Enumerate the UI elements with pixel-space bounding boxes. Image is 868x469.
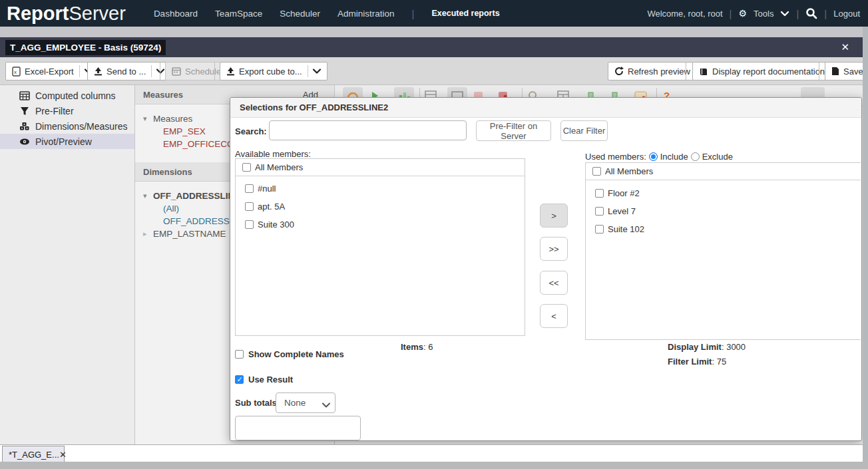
refresh-icon	[614, 67, 624, 76]
refresh-preview-button[interactable]: Refresh preview	[608, 62, 697, 80]
pre-filter-on-server-button[interactable]: Pre-Filter on Server	[476, 120, 551, 141]
export-cube-button[interactable]: Export cube to...	[220, 62, 327, 80]
send-to-dropdown-icon[interactable]	[151, 65, 164, 77]
include-radio[interactable]	[649, 152, 658, 161]
logo-light: Server	[69, 3, 125, 24]
available-members-list: All Members #null apt. 5A Suite 300	[235, 158, 525, 336]
chevron-down-icon[interactable]	[780, 10, 789, 17]
sub-totals-select[interactable]: None	[276, 392, 335, 413]
app-logo[interactable]: ReportServer	[7, 3, 126, 25]
move-all-left-button[interactable]: <<	[540, 271, 568, 295]
close-report-icon[interactable]: ✕	[841, 41, 849, 53]
gear-icon[interactable]: ⚙	[739, 8, 748, 19]
exclude-radio[interactable]	[691, 152, 700, 161]
show-complete-names-label: Show Complete Names	[248, 349, 344, 359]
items-count: Items: 6	[401, 342, 433, 352]
report-title-bar: T_AGG_EMPLOYEE - Basis (59724) ✕	[0, 37, 863, 57]
toolbar-separator	[686, 63, 686, 80]
collapse-arrow-icon[interactable]: ▾	[143, 114, 150, 123]
member-checkbox[interactable]	[245, 202, 254, 211]
available-member-row[interactable]: Suite 300	[236, 216, 525, 234]
tab-close-icon[interactable]: ✕	[59, 450, 67, 460]
member-label: Suite 102	[608, 224, 644, 234]
sub-totals-select-wrap: None	[276, 392, 335, 413]
all-members-checkbox[interactable]	[242, 163, 251, 172]
selections-dialog: Selections for OFF_ADDRESSLINE2 Search: …	[230, 97, 862, 441]
member-checkbox[interactable]	[595, 225, 604, 234]
display-documentation-button[interactable]: Display report documentation	[692, 62, 831, 80]
sidebar-item-label: Dimensions/Measures	[35, 121, 128, 132]
include-label: Include	[660, 152, 688, 162]
sidebar-item-pre-filter[interactable]: Pre-Filter	[0, 103, 134, 118]
upload-icon	[226, 67, 235, 76]
used-member-row[interactable]: Suite 102	[586, 220, 861, 238]
nav-divider: |	[730, 8, 732, 19]
used-member-row[interactable]: Level 7	[586, 202, 861, 220]
collapse-arrow-icon[interactable]: ▾	[143, 192, 150, 200]
used-members-header: Used members: Include Exclude	[585, 152, 733, 162]
move-all-right-button[interactable]: >>	[540, 237, 568, 261]
export-cube-dropdown-icon[interactable]	[308, 65, 321, 77]
custom-value-input[interactable]	[235, 416, 361, 440]
dimension-sibling-label: EMP_LASTNAME	[153, 229, 226, 239]
exclude-label: Exclude	[702, 152, 733, 162]
show-complete-names-option[interactable]: Show Complete Names	[235, 349, 344, 359]
filter-limit: Filter Limit: 75	[668, 357, 726, 367]
move-left-button[interactable]: <	[540, 304, 568, 328]
expand-arrow-icon[interactable]: ▸	[143, 230, 150, 238]
available-members-label: Available members:	[235, 149, 311, 159]
excel-export-button[interactable]: x Excel-Export	[5, 62, 99, 80]
display-documentation-label: Display report documentation	[712, 67, 825, 77]
svg-text:x: x	[14, 69, 17, 75]
eye-icon	[19, 138, 30, 146]
use-result-option[interactable]: Use Result	[235, 375, 293, 385]
nav-item-dashboard[interactable]: Dashboard	[154, 9, 198, 19]
member-label: Suite 300	[258, 220, 294, 230]
right-edge-strip	[863, 27, 868, 462]
cubes-icon	[19, 122, 30, 131]
sidebar-item-computed-columns[interactable]: Computed columns	[0, 88, 134, 103]
member-checkbox[interactable]	[245, 184, 254, 193]
use-result-label: Use Result	[248, 375, 293, 385]
schedule-button: Schedule	[165, 62, 228, 80]
available-all-members-row[interactable]: All Members	[236, 159, 525, 176]
used-member-row[interactable]: Floor #2	[586, 184, 861, 202]
refresh-preview-label: Refresh preview	[628, 67, 690, 77]
sidebar-item-dimensions-measures[interactable]: Dimensions/Measures	[0, 118, 134, 134]
move-right-button[interactable]: >	[540, 204, 568, 228]
tools-menu[interactable]: Tools	[754, 9, 773, 19]
available-member-row[interactable]: #null	[236, 180, 525, 198]
member-label: All Members	[605, 166, 653, 176]
all-members-checkbox[interactable]	[592, 167, 601, 176]
nav-item-executed-reports[interactable]: Executed reports	[431, 9, 499, 18]
report-tab[interactable]: *T_AGG_E... ✕	[2, 446, 65, 462]
member-checkbox[interactable]	[245, 220, 254, 229]
sidebar-item-label: Pre-Filter	[35, 106, 74, 116]
send-to-button[interactable]: Send to ...	[87, 62, 171, 80]
nav-item-teamspace[interactable]: TeamSpace	[215, 9, 262, 19]
show-complete-names-checkbox[interactable]	[235, 350, 244, 359]
available-member-row[interactable]: apt. 5A	[236, 198, 525, 216]
member-label: apt. 5A	[258, 202, 285, 212]
export-cube-label: Export cube to...	[239, 67, 302, 77]
clear-filter-button[interactable]: Clear Filter	[560, 120, 608, 141]
dialog-title: Selections for OFF_ADDRESSLINE2	[230, 98, 861, 118]
member-checkbox[interactable]	[595, 207, 604, 216]
nav-divider: |	[824, 8, 827, 19]
save-file-icon	[831, 67, 839, 76]
save-button[interactable]: Save	[825, 62, 868, 80]
nav-item-scheduler[interactable]: Scheduler	[280, 9, 320, 19]
sidebar-item-pivot-preview[interactable]: Pivot/Preview	[0, 134, 134, 149]
report-tab-label: *T_AGG_E...	[9, 450, 59, 460]
welcome-text: Welcome, root, root	[647, 9, 722, 19]
member-label: Floor #2	[608, 188, 640, 198]
use-result-checkbox[interactable]	[235, 375, 244, 384]
used-all-members-row[interactable]: All Members	[586, 163, 861, 180]
logout-link[interactable]: Logout	[833, 9, 860, 19]
upload-icon	[94, 67, 103, 76]
search-input[interactable]	[269, 120, 467, 140]
nav-item-administration[interactable]: Administration	[337, 9, 395, 19]
member-checkbox[interactable]	[595, 189, 604, 198]
search-icon[interactable]	[805, 7, 817, 19]
display-limit: Display Limit: 3000	[668, 342, 746, 352]
